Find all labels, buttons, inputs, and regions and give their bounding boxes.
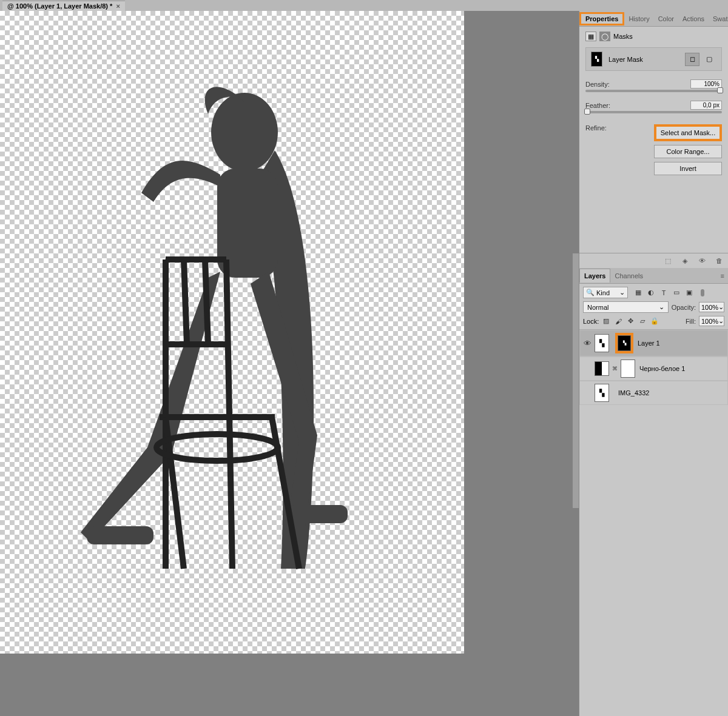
fill-input[interactable]: 100%⌄: [699, 316, 724, 326]
properties-footer: ⬚ ◈ 👁 🗑: [579, 253, 728, 268]
document-tab-title: @ 100% (Layer 1, Layer Mask/8) *: [7, 2, 112, 10]
canvas-subject: [62, 59, 402, 605]
invert-button[interactable]: Invert: [654, 162, 722, 175]
toggle-mask-icon[interactable]: 👁: [696, 256, 707, 266]
layer-name[interactable]: IMG_4332: [611, 389, 649, 396]
density-label: Density:: [585, 81, 610, 88]
vector-mask-icon[interactable]: ◯: [599, 32, 610, 41]
canvas[interactable]: [0, 11, 464, 654]
layer-thumbnail[interactable]: ▚: [595, 384, 609, 402]
layer-name[interactable]: Layer 1: [635, 340, 660, 347]
link-icon[interactable]: ⌘: [611, 366, 619, 372]
filter-adjustment-icon[interactable]: ◐: [646, 288, 656, 298]
layer-mask-thumbnail[interactable]: ▚: [618, 335, 631, 351]
eye-icon: 👁: [584, 339, 592, 348]
mask-thumbnail: ▚: [591, 52, 602, 67]
search-icon: 🔍: [586, 289, 595, 296]
chevron-down-icon: ⌄: [659, 303, 664, 311]
opacity-label: Opacity:: [672, 304, 696, 311]
lock-position-icon[interactable]: ✥: [626, 317, 635, 326]
layer-mask-thumbnail[interactable]: [621, 360, 635, 378]
canvas-area[interactable]: [0, 11, 579, 716]
feather-label: Feather:: [585, 102, 610, 109]
right-panels: Properties History Color Actions Swatche…: [579, 11, 728, 716]
svg-rect-3: [287, 505, 348, 523]
density-slider[interactable]: [585, 90, 722, 92]
layer-name[interactable]: Черно-белое 1: [637, 365, 685, 372]
lock-transparency-icon[interactable]: ▨: [602, 317, 610, 326]
select-and-mask-button[interactable]: Select and Mask...: [654, 124, 722, 141]
tab-channels[interactable]: Channels: [610, 269, 647, 283]
blend-mode-select[interactable]: Normal ⌄: [583, 301, 669, 313]
close-icon[interactable]: ×: [116, 2, 120, 10]
svg-point-4: [157, 434, 278, 461]
add-vector-mask-icon[interactable]: ▢: [702, 53, 716, 66]
layers-menu-icon[interactable]: ≡: [717, 270, 728, 282]
adjustment-thumbnail[interactable]: [595, 361, 609, 376]
lock-label: Lock:: [583, 318, 599, 325]
svg-rect-2: [87, 526, 153, 544]
mask-thumbnail-highlight: ▚: [615, 333, 633, 353]
mask-type-label: Layer Mask: [608, 56, 643, 63]
opacity-input[interactable]: 100%⌄: [699, 302, 724, 312]
apply-mask-icon[interactable]: ◈: [679, 256, 690, 266]
refine-label: Refine:: [585, 124, 607, 132]
filter-pixel-icon[interactable]: ▦: [633, 288, 643, 298]
vertical-scrollbar[interactable]: [573, 253, 579, 508]
chevron-down-icon: ⌄: [619, 289, 625, 296]
filter-shape-icon[interactable]: ▭: [672, 288, 681, 298]
load-selection-icon[interactable]: ⬚: [662, 256, 673, 266]
visibility-toggle[interactable]: 👁: [582, 339, 593, 348]
fill-label: Fill:: [686, 318, 696, 325]
lock-pixels-icon[interactable]: 🖌: [614, 317, 622, 326]
lock-artboard-icon[interactable]: ▱: [638, 317, 647, 326]
tab-color[interactable]: Color: [654, 12, 678, 25]
layer-row[interactable]: ⌘ Черно-белое 1: [579, 356, 728, 381]
filter-smart-icon[interactable]: ▣: [684, 288, 694, 298]
layer-filter-kind[interactable]: 🔍 Kind ⌄: [583, 287, 628, 298]
feather-input[interactable]: 0,0 px: [690, 101, 722, 110]
chevron-down-icon: ⌄: [718, 317, 724, 325]
chevron-down-icon: ⌄: [718, 303, 724, 311]
tab-layers[interactable]: Layers: [579, 269, 610, 283]
masks-title: Masks: [613, 33, 633, 40]
filter-type-icon[interactable]: T: [659, 288, 669, 298]
color-range-button[interactable]: Color Range...: [654, 145, 722, 158]
mask-type-row: ▚ Layer Mask ◻ ▢: [585, 47, 722, 71]
feather-slider[interactable]: [585, 111, 722, 113]
tab-swatches[interactable]: Swatches: [709, 12, 728, 25]
svg-point-0: [211, 93, 278, 172]
pixel-mask-icon[interactable]: ▦: [585, 32, 596, 41]
document-tab-bar: @ 100% (Layer 1, Layer Mask/8) * ×: [0, 0, 728, 11]
layer-row[interactable]: ▚ IMG_4332: [579, 381, 728, 405]
document-tab[interactable]: @ 100% (Layer 1, Layer Mask/8) * ×: [2, 1, 125, 11]
layer-row[interactable]: 👁 ▚ ▚ Layer 1: [579, 330, 728, 356]
tab-actions[interactable]: Actions: [678, 12, 709, 25]
add-pixel-mask-icon[interactable]: ◻: [685, 53, 699, 66]
tab-properties[interactable]: Properties: [579, 12, 624, 25]
tab-history[interactable]: History: [624, 12, 653, 25]
delete-mask-icon[interactable]: 🗑: [713, 256, 724, 266]
filter-toggle[interactable]: [701, 289, 704, 296]
layer-list: 👁 ▚ ▚ Layer 1 ⌘ Черно-белое 1: [579, 330, 728, 716]
lock-all-icon[interactable]: 🔒: [650, 317, 659, 326]
layer-thumbnail[interactable]: ▚: [595, 334, 609, 352]
properties-panel-tabs: Properties History Color Actions Swatche…: [579, 11, 728, 27]
layers-panel-tabs: Layers Channels ≡: [579, 268, 728, 284]
properties-panel: ▦ ◯ Masks ▚ Layer Mask ◻ ▢ Density: 100%: [579, 27, 728, 253]
